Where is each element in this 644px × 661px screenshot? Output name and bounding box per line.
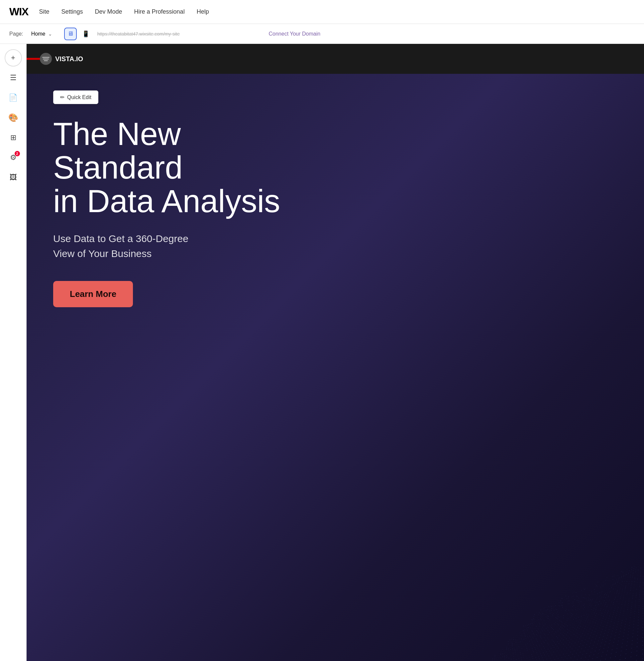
plus-icon: + (11, 53, 15, 62)
headline-line2: in Data Analysis (53, 183, 280, 219)
svg-rect-2 (42, 57, 49, 58)
desktop-icon: 🖥 (67, 30, 73, 37)
pages-icon: 📄 (9, 93, 18, 102)
toolbar: Page: Home ⌄ 🖥 📱 https://theatabitat47.w… (0, 24, 644, 44)
design-icon: 🎨 (8, 113, 18, 123)
sidebar-item-integrations[interactable]: ⚙ 2 (5, 149, 22, 166)
nav-settings[interactable]: Settings (61, 8, 83, 15)
pencil-icon: ✏ (60, 94, 65, 101)
chevron-down-icon: ⌄ (48, 31, 52, 37)
connect-domain-link[interactable]: Connect Your Domain (269, 31, 321, 37)
nav-help[interactable]: Help (197, 8, 209, 15)
quick-edit-button[interactable]: ✏ Quick Edit (53, 90, 98, 104)
website-preview: VISTA.IO ✏ Quick Edit The New Standard i… (27, 44, 644, 661)
site-url: https://theatabitat47.wixsite.com/my-sit… (97, 31, 263, 37)
sidebar-item-media[interactable]: 🖼 (5, 169, 22, 186)
mobile-icon: 📱 (82, 30, 89, 38)
logo-svg (42, 56, 49, 62)
nav-dev-mode[interactable]: Dev Mode (95, 8, 122, 15)
site-logo: VISTA.IO (40, 53, 83, 65)
subtext-line1: Use Data to Get a 360-Degree (53, 233, 188, 244)
quick-edit-label: Quick Edit (67, 94, 91, 101)
nav-hire-professional[interactable]: Hire a Professional (134, 8, 185, 15)
site-logo-icon (40, 53, 52, 65)
desktop-view-button[interactable]: 🖥 (64, 28, 77, 40)
hero-headline: The New Standard in Data Analysis (53, 117, 286, 218)
page-label: Page: (9, 31, 23, 37)
apps-icon: ⊞ (10, 133, 16, 142)
left-sidebar: + ☰ 📄 🎨 ⊞ ⚙ 2 🖼 (0, 44, 27, 661)
learn-more-label: Learn More (70, 289, 116, 299)
page-selector[interactable]: Home ⌄ (28, 29, 55, 38)
canvas-area: VISTA.IO ✏ Quick Edit The New Standard i… (27, 44, 644, 661)
learn-more-button[interactable]: Learn More (53, 281, 133, 307)
integrations-badge: 2 (15, 151, 20, 156)
wix-logo: WIX (9, 6, 28, 18)
nav-site[interactable]: Site (39, 8, 49, 15)
hero-subtext: Use Data to Get a 360-Degree View of You… (53, 231, 219, 261)
main-layout: + ☰ 📄 🎨 ⊞ ⚙ 2 🖼 (0, 44, 644, 661)
sections-icon: ☰ (10, 73, 17, 82)
sidebar-item-pages[interactable]: 📄 (5, 89, 22, 106)
svg-rect-4 (44, 60, 48, 61)
site-header: VISTA.IO (27, 44, 644, 74)
page-name: Home (31, 31, 46, 37)
svg-rect-3 (43, 59, 49, 60)
device-switcher: 🖥 📱 (64, 28, 92, 40)
top-navigation: WIX Site Settings Dev Mode Hire a Profes… (0, 0, 644, 24)
subtext-line2: View of Your Business (53, 248, 152, 259)
sidebar-item-apps[interactable]: ⊞ (5, 129, 22, 146)
sidebar-item-design[interactable]: 🎨 (5, 109, 22, 126)
nav-menu: Site Settings Dev Mode Hire a Profession… (39, 8, 209, 15)
media-icon: 🖼 (9, 173, 17, 182)
mobile-view-button[interactable]: 📱 (79, 28, 92, 40)
headline-line1: The New Standard (53, 116, 183, 185)
site-logo-text: VISTA.IO (55, 55, 83, 63)
sidebar-item-sections[interactable]: ☰ (5, 69, 22, 86)
sidebar-item-add[interactable]: + (5, 49, 22, 66)
hero-section: ✏ Quick Edit The New Standard in Data An… (27, 74, 644, 661)
